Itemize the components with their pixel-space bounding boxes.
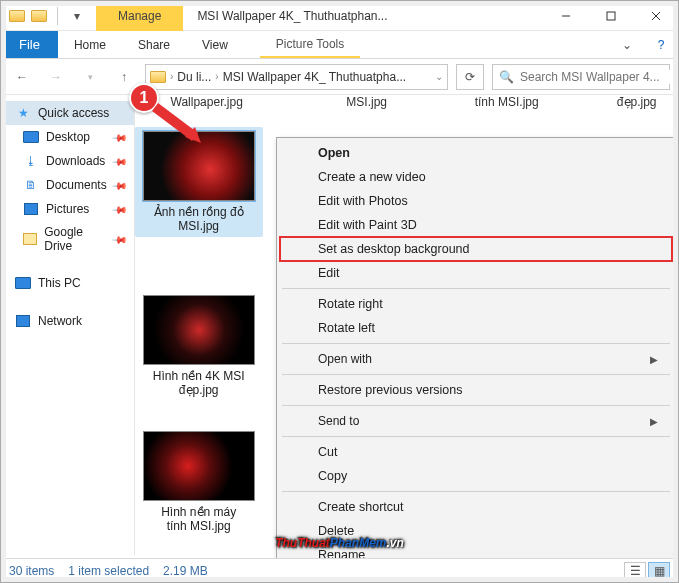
context-menu-separator	[282, 288, 670, 289]
pin-icon: 📌	[112, 231, 128, 247]
search-input[interactable]	[520, 70, 670, 84]
help-icon[interactable]: ?	[644, 31, 678, 58]
view-thumbnails-button[interactable]: ▦	[648, 562, 670, 580]
sidebar-item-label: Network	[38, 314, 82, 328]
minimize-button[interactable]	[543, 1, 588, 31]
context-menu-rotate-right[interactable]: Rotate right	[280, 292, 672, 316]
context-menu-separator	[282, 491, 670, 492]
chevron-down-icon[interactable]: ⌄	[435, 71, 443, 82]
context-menu-separator	[282, 436, 670, 437]
context-menu-edit-paint3d[interactable]: Edit with Paint 3D	[280, 213, 672, 237]
breadcrumb[interactable]: MSI Wallpaper 4K_ Thuthuatpha...	[223, 70, 406, 84]
pin-icon: 📌	[112, 177, 128, 193]
file-label[interactable]: tính MSI.jpg	[447, 95, 567, 109]
sidebar-item-label: Desktop	[46, 130, 90, 144]
quick-access-toolbar: ▾	[1, 7, 86, 25]
sidebar-item-label: Pictures	[46, 202, 89, 216]
pin-icon: 📌	[112, 201, 128, 217]
downloads-icon: ⭳	[23, 153, 39, 169]
tab-picture-tools[interactable]: Picture Tools	[260, 31, 360, 58]
breadcrumb[interactable]: Du li...	[177, 70, 211, 84]
chevron-right-icon: ▶	[650, 416, 658, 427]
refresh-button[interactable]: ⟳	[456, 64, 484, 90]
sidebar-item-network[interactable]: Network	[1, 309, 134, 333]
status-bar: 30 items 1 item selected 2.19 MB ☰ ▦	[1, 558, 678, 582]
context-menu-send-to[interactable]: Send to▶	[280, 409, 672, 433]
ribbon: File Home Share View Picture Tools ⌄ ?	[1, 31, 678, 59]
titlebar: ▾ Manage MSI Wallpaper 4K_ Thuthuatphan.…	[1, 1, 678, 31]
context-menu-open[interactable]: Open	[280, 141, 672, 165]
context-menu-rotate-left[interactable]: Rotate left	[280, 316, 672, 340]
sidebar-item-this-pc[interactable]: This PC	[1, 271, 134, 295]
chevron-right-icon[interactable]: ›	[215, 71, 218, 82]
view-details-button[interactable]: ☰	[624, 562, 646, 580]
svg-rect-1	[607, 12, 615, 20]
pin-icon: 📌	[112, 153, 128, 169]
sidebar-item-label: Downloads	[46, 154, 105, 168]
sidebar-item-documents[interactable]: 🗎 Documents 📌	[1, 173, 134, 197]
status-selection-size: 2.19 MB	[163, 564, 208, 578]
file-item[interactable]: Hình nền 4K MSI đẹp.jpg	[135, 295, 263, 397]
sidebar-item-label: This PC	[38, 276, 81, 290]
window-title: MSI Wallpaper 4K_ Thuthuatphan...	[183, 9, 543, 23]
watermark: ThuThuatPhanMem.vn	[275, 523, 404, 554]
file-label: Hình nền máy tính MSI.jpg	[139, 505, 259, 533]
status-item-count: 30 items	[9, 564, 54, 578]
context-menu-separator	[282, 405, 670, 406]
file-thumbnail	[143, 431, 255, 501]
pictures-icon	[24, 203, 38, 215]
sidebar-item-downloads[interactable]: ⭳ Downloads 📌	[1, 149, 134, 173]
context-menu-open-with[interactable]: Open with▶	[280, 347, 672, 371]
nav-up-button[interactable]: ↑	[111, 64, 137, 90]
tab-share[interactable]: Share	[122, 31, 186, 58]
pin-icon: 📌	[112, 129, 128, 145]
file-label: Hình nền 4K MSI đẹp.jpg	[139, 369, 259, 397]
sidebar-item-label: Google Drive	[44, 225, 106, 253]
address-bar[interactable]: › Du li... › MSI Wallpaper 4K_ Thuthuatp…	[145, 64, 448, 90]
sidebar-item-desktop[interactable]: Desktop 📌	[1, 125, 134, 149]
folder-icon	[9, 10, 25, 22]
context-menu-create-shortcut[interactable]: Create shortcut	[280, 495, 672, 519]
this-pc-icon	[15, 277, 31, 289]
search-box[interactable]: 🔍	[492, 64, 670, 90]
sidebar-item-pictures[interactable]: Pictures 📌	[1, 197, 134, 221]
google-drive-icon	[23, 233, 37, 245]
context-menu-separator	[282, 343, 670, 344]
file-label: Ảnh nền rồng đỏ MSI.jpg	[139, 205, 259, 233]
context-menu-copy[interactable]: Copy	[280, 464, 672, 488]
file-label[interactable]: MSI.jpg	[307, 95, 427, 109]
sidebar-quick-access[interactable]: ★ Quick access	[1, 101, 134, 125]
maximize-button[interactable]	[588, 1, 633, 31]
tab-home[interactable]: Home	[58, 31, 122, 58]
folder-icon	[31, 10, 47, 22]
close-button[interactable]	[633, 1, 678, 31]
context-menu-create-video[interactable]: Create a new video	[280, 165, 672, 189]
address-bar-row: ← → ▾ ↑ › Du li... › MSI Wallpaper 4K_ T…	[1, 59, 678, 95]
chevron-right-icon[interactable]: ›	[170, 71, 173, 82]
context-menu-cut[interactable]: Cut	[280, 440, 672, 464]
file-item[interactable]: Hình nền máy tính MSI.jpg	[135, 431, 263, 533]
nav-back-button[interactable]: ←	[9, 64, 35, 90]
search-icon: 🔍	[499, 70, 514, 84]
sidebar-item-google-drive[interactable]: Google Drive 📌	[1, 221, 134, 257]
status-selection-count: 1 item selected	[68, 564, 149, 578]
sidebar-item-label: Documents	[46, 178, 107, 192]
nav-recent-icon[interactable]: ▾	[77, 64, 103, 90]
desktop-icon	[23, 131, 39, 143]
annotation-arrow	[149, 101, 209, 151]
file-row-labels: Wallpaper.jpg MSI.jpg tính MSI.jpg đẹp.j…	[141, 95, 679, 113]
chevron-right-icon: ▶	[650, 354, 658, 365]
context-menu-edit-photos[interactable]: Edit with Photos	[280, 189, 672, 213]
tab-view[interactable]: View	[186, 31, 244, 58]
context-menu-edit[interactable]: Edit	[280, 261, 672, 285]
file-label[interactable]: đẹp.jpg	[577, 95, 679, 109]
ribbon-expand-icon[interactable]: ⌄	[610, 31, 644, 58]
qat-dropdown-icon[interactable]: ▾	[68, 7, 86, 25]
file-tab[interactable]: File	[1, 31, 58, 58]
contextual-tab-header: Manage	[96, 1, 183, 31]
navigation-pane: ★ Quick access Desktop 📌 ⭳ Downloads 📌 🗎…	[1, 95, 135, 555]
file-thumbnail	[143, 295, 255, 365]
context-menu-set-desktop-background[interactable]: Set as desktop background	[280, 237, 672, 261]
nav-forward-button[interactable]: →	[43, 64, 69, 90]
context-menu-restore-versions[interactable]: Restore previous versions	[280, 378, 672, 402]
